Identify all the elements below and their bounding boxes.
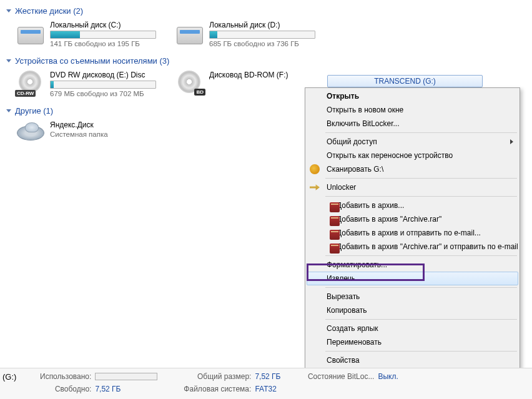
drive-status: 141 ГБ свободно из 195 ГБ bbox=[50, 40, 167, 47]
hdd-icon bbox=[175, 21, 204, 44]
key-icon bbox=[310, 182, 320, 192]
drive-d[interactable]: Локальный диск (D:) 685 ГБ свободно из 7… bbox=[174, 19, 327, 49]
menu-add-archive[interactable]: Добавить в архив... bbox=[307, 199, 518, 212]
status-drive-letter: (G:) bbox=[2, 372, 16, 382]
menu-separator bbox=[325, 196, 517, 197]
ufo-icon bbox=[16, 121, 45, 144]
menu-open-new-window[interactable]: Открыть в новом окне bbox=[307, 103, 518, 117]
menu-add-archive-email[interactable]: Добавить в архив и отправить по e-mail..… bbox=[307, 226, 518, 240]
drive-name: Локальный диск (D:) bbox=[209, 21, 326, 29]
group-title: Жесткие диски (2) bbox=[15, 6, 83, 16]
capacity-bar bbox=[50, 31, 156, 39]
group-title: Устройства со съемными носителями (3) bbox=[15, 56, 169, 66]
menu-separator bbox=[325, 255, 517, 256]
status-bar: (G:) Использовано: Свободно: 7,52 ГБ Общ… bbox=[0, 368, 532, 399]
menu-share[interactable]: Общий доступ bbox=[307, 135, 518, 149]
drive-e[interactable]: CD-RW DVD RW дисковод (E:) Disc 679 МБ с… bbox=[15, 69, 168, 99]
status-free: Свободно: 7,52 ГБ bbox=[22, 385, 157, 393]
menu-add-rar-email[interactable]: Добавить в архив "Archive.rar" и отправи… bbox=[307, 240, 518, 254]
status-filesystem: Файловая система: FAT32 bbox=[182, 385, 280, 393]
archive-icon bbox=[330, 216, 340, 226]
drive-name: Дисковод BD-ROM (F:) bbox=[209, 71, 326, 79]
status-used: Использовано: bbox=[22, 372, 157, 381]
menu-eject[interactable]: Извлечь bbox=[307, 272, 518, 285]
drive-status: 685 ГБ свободно из 736 ГБ bbox=[209, 40, 326, 47]
menu-open[interactable]: Открыть bbox=[307, 89, 518, 103]
shield-icon bbox=[310, 164, 320, 174]
archive-icon bbox=[330, 202, 340, 212]
drive-name: DVD RW дисковод (E:) Disc bbox=[50, 71, 167, 79]
chevron-right-icon bbox=[510, 139, 513, 144]
cdrw-badge: CD-RW bbox=[15, 90, 36, 97]
drive-name: Яндекс.Диск bbox=[50, 121, 167, 129]
menu-properties[interactable]: Свойства bbox=[307, 353, 518, 367]
archive-icon bbox=[330, 244, 340, 254]
group-header-hard-drives[interactable]: Жесткие диски (2) bbox=[6, 4, 526, 19]
drive-status: Системная папка bbox=[50, 131, 167, 138]
mini-capacity-bar bbox=[95, 373, 157, 380]
group-title: Другие (1) bbox=[15, 106, 53, 116]
capacity-bar bbox=[50, 81, 156, 89]
chevron-down-icon bbox=[6, 9, 11, 12]
menu-separator bbox=[325, 178, 517, 179]
menu-bitlocker[interactable]: Включить BitLocker... bbox=[307, 117, 518, 131]
capacity-bar bbox=[209, 31, 315, 39]
menu-format[interactable]: Форматировать... bbox=[307, 258, 518, 272]
status-total: Общий размер: 7,52 ГБ bbox=[182, 372, 280, 381]
menu-separator bbox=[325, 287, 517, 288]
cd-disc-icon: CD-RW bbox=[16, 71, 45, 94]
menu-separator bbox=[325, 132, 517, 133]
menu-scan[interactable]: Сканировать G:\ bbox=[307, 162, 518, 176]
menu-add-archive-rar[interactable]: Добавить в архив "Archive.rar" bbox=[307, 212, 518, 226]
bd-disc-icon: BD bbox=[175, 71, 204, 94]
drive-g-selected[interactable]: TRANSCEND (G:) bbox=[327, 75, 483, 87]
hard-drives-row: Локальный диск (C:) 141 ГБ свободно из 1… bbox=[6, 19, 526, 49]
drive-yandex[interactable]: Яндекс.Диск Системная папка bbox=[15, 119, 168, 145]
menu-unlocker[interactable]: Unlocker bbox=[307, 180, 518, 194]
menu-portable-device[interactable]: Открыть как переносное устройство bbox=[307, 149, 518, 162]
archive-icon bbox=[330, 230, 340, 240]
chevron-down-icon bbox=[6, 59, 11, 62]
menu-copy[interactable]: Копировать bbox=[307, 303, 518, 317]
drive-c[interactable]: Локальный диск (C:) 141 ГБ свободно из 1… bbox=[15, 19, 168, 49]
chevron-down-icon bbox=[6, 109, 11, 112]
menu-rename[interactable]: Переименовать bbox=[307, 335, 518, 349]
menu-separator bbox=[325, 351, 517, 352]
drive-name: Локальный диск (C:) bbox=[50, 21, 167, 29]
status-bitlocker: Состояние BitLoc... Выкл. bbox=[305, 372, 398, 381]
context-menu: Открыть Открыть в новом окне Включить Bi… bbox=[305, 87, 520, 369]
menu-create-shortcut[interactable]: Создать ярлык bbox=[307, 322, 518, 335]
drive-status: 679 МБ свободно из 702 МБ bbox=[50, 90, 167, 97]
hdd-icon bbox=[16, 21, 45, 44]
group-header-removable[interactable]: Устройства со съемными носителями (3) bbox=[6, 54, 526, 69]
bd-badge: BD bbox=[194, 89, 205, 96]
menu-cut[interactable]: Вырезать bbox=[307, 290, 518, 303]
menu-separator bbox=[325, 319, 517, 320]
